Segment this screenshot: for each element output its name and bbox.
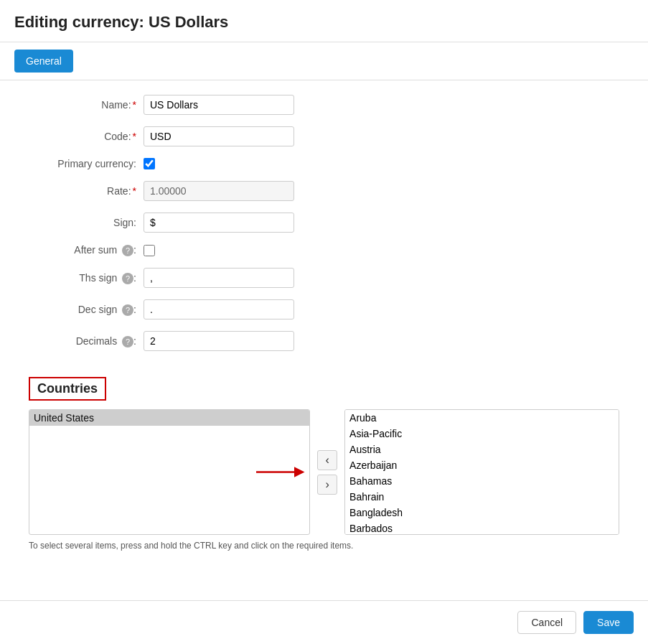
red-arrow-indicator [256,459,306,485]
ths-sign-input[interactable] [144,268,294,288]
countries-hint: To select several items, press and hold … [29,541,619,551]
dec-sign-help-icon[interactable]: ? [122,304,133,316]
countries-section: Countries United States ‹ › [0,377,648,565]
after-sum-checkbox[interactable] [144,245,155,256]
rate-row: Rate:* [29,181,619,201]
after-sum-row: After sum ?: [29,244,619,256]
rate-input[interactable] [144,181,294,201]
name-row: Name:* [29,95,619,115]
primary-currency-label: Primary currency: [29,158,144,169]
sign-row: Sign: [29,213,619,233]
ths-sign-help-icon[interactable]: ? [122,273,133,284]
tab-general[interactable]: General [14,50,73,73]
tab-bar: General [0,42,648,80]
transfer-left-button[interactable]: ‹ [317,450,337,470]
countries-header: Countries [29,377,106,401]
decimals-row: Decimals ?: [29,331,619,351]
primary-currency-checkbox[interactable] [144,158,155,169]
ths-sign-label: Ths sign ?: [29,272,144,284]
rate-label: Rate:* [29,185,144,197]
primary-currency-row: Primary currency: [29,158,619,169]
dec-sign-label: Dec sign ?: [29,304,144,316]
countries-layout: United States ‹ › Aruba Asia-Pacific [29,409,619,535]
decimals-label: Decimals ?: [29,335,144,347]
form-section: Name:* Code:* Primary currency: Rate:* S… [0,80,648,377]
decimals-help-icon[interactable]: ? [122,336,133,347]
decimals-input[interactable] [144,331,294,351]
name-label: Name:* [29,99,144,111]
ths-sign-row: Ths sign ?: [29,268,619,288]
code-input[interactable] [144,126,294,146]
sign-label: Sign: [29,217,144,228]
sign-input[interactable] [144,213,294,233]
page-header: Editing currency: US Dollars [0,0,648,42]
code-row: Code:* [29,126,619,146]
transfer-right-button[interactable]: › [317,475,337,495]
code-label: Code:* [29,131,144,142]
name-input[interactable] [144,95,294,115]
available-countries-list[interactable]: Aruba Asia-Pacific Austria Azerbaijan Ba… [344,409,619,535]
dec-sign-input[interactable] [144,299,294,319]
dec-sign-row: Dec sign ?: [29,299,619,319]
page-title: Editing currency: US Dollars [14,13,228,31]
after-sum-label: After sum ?: [29,244,144,256]
transfer-buttons: ‹ › [310,409,344,535]
after-sum-help-icon[interactable]: ? [122,245,133,256]
